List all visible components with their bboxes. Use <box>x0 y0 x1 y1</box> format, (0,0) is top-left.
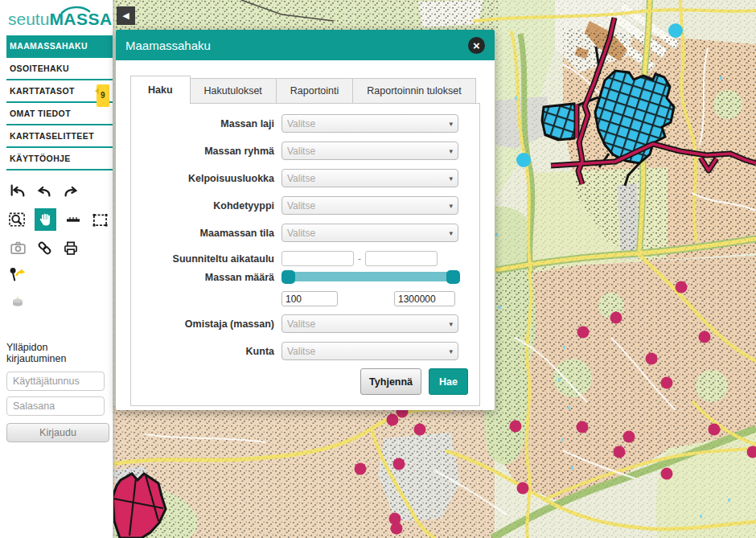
tab-raportoinnin-tulokset[interactable]: Raportoinnin tulokset <box>352 78 475 104</box>
slider-handle-max[interactable] <box>446 270 460 284</box>
mass-location-marker[interactable] <box>391 523 403 535</box>
chevron-down-icon: ▾ <box>449 175 453 183</box>
mass-location-marker[interactable] <box>676 281 688 294</box>
amount-inputs-row <box>281 291 455 306</box>
schedule-from-input[interactable] <box>281 251 354 266</box>
select-control[interactable]: Valitse ▾ <box>281 169 458 187</box>
mass-location-marker[interactable] <box>577 421 589 433</box>
mass-location-marker[interactable] <box>387 414 399 426</box>
app-logo: seutuMASSA <box>0 0 113 35</box>
print-icon[interactable] <box>61 238 80 257</box>
mass-location-marker[interactable] <box>610 312 622 324</box>
password-input[interactable] <box>6 396 105 416</box>
amount-row: Massan määrä <box>131 270 479 284</box>
dialog-body: Haku Hakutulokset Raportointi Raportoinn… <box>116 60 495 406</box>
tab-haku[interactable]: Haku <box>130 76 191 105</box>
schedule-separator: - <box>358 253 361 265</box>
field-kohdetyyppi: Kohdetyyppi Valitse ▾ <box>131 196 479 215</box>
zoom-select-icon[interactable] <box>8 210 27 229</box>
search-form: Massan laji Valitse ▾ Massan ryhmä Valit… <box>130 103 480 406</box>
mass-location-marker[interactable] <box>393 458 405 470</box>
sidebar-item-kayttoohje[interactable]: KÄYTTÖOHJE <box>6 148 113 170</box>
sidebar-item-karttatasot[interactable]: KARTTATASOT 9 <box>6 80 113 103</box>
search-button[interactable]: Hae <box>429 368 468 395</box>
sidebar-item-osoitehaku[interactable]: OSOITEHAKU <box>6 58 113 80</box>
maamassahaku-dialog: Maamassahaku × Haku Hakutulokset Raporto… <box>116 30 495 410</box>
mass-location-marker[interactable] <box>510 421 522 433</box>
mass-location-marker[interactable] <box>614 446 626 458</box>
close-icon[interactable]: × <box>468 37 485 54</box>
mass-location-marker[interactable] <box>355 463 367 475</box>
amount-range-slider[interactable] <box>281 270 460 284</box>
logo-swoosh-icon <box>60 5 92 14</box>
mass-location-marker[interactable] <box>517 483 529 495</box>
main-nav: MAAMASSAHAKU OSOITEHAKU KARTTATASOT 9 OM… <box>0 35 113 170</box>
select-control[interactable]: Valitse ▾ <box>281 114 458 133</box>
mass-location-marker[interactable] <box>646 353 658 365</box>
mass-location-marker[interactable] <box>623 431 635 443</box>
select-area-icon[interactable] <box>90 210 109 229</box>
slider-track <box>286 272 456 281</box>
dialog-header: Maamassahaku × <box>116 30 495 60</box>
dialog-title: Maamassahaku <box>125 39 468 52</box>
chevron-down-icon: ▾ <box>449 229 453 237</box>
mass-location-marker[interactable] <box>414 424 426 436</box>
mass-location-marker[interactable] <box>661 468 673 480</box>
sidebar-item-omat-tiedot[interactable]: OMAT TIEDOT <box>6 103 113 125</box>
chevron-down-icon: ▾ <box>449 347 453 355</box>
pan-tool-icon[interactable] <box>35 208 57 231</box>
chevron-down-icon: ▾ <box>449 320 453 328</box>
reset-view-icon[interactable] <box>8 182 27 201</box>
map-toolbar <box>0 170 113 310</box>
pin-share-icon[interactable] <box>8 265 27 284</box>
select-control[interactable]: Valitse ▾ <box>281 196 458 215</box>
highlight-marker[interactable] <box>516 153 531 167</box>
sidebar-item-maamassahaku[interactable]: MAAMASSAHAKU <box>6 35 113 58</box>
slider-handle-min[interactable] <box>281 270 295 284</box>
measure-icon[interactable] <box>64 210 83 229</box>
schedule-to-input[interactable] <box>365 251 438 266</box>
select-control[interactable]: Valitse ▾ <box>281 142 458 160</box>
mass-location-marker[interactable] <box>577 326 590 339</box>
mass-location-marker[interactable] <box>709 424 721 436</box>
field-massan-ryhma: Massan ryhmä Valitse ▾ <box>131 142 479 160</box>
link-icon[interactable] <box>35 238 54 257</box>
chevron-down-icon: ▾ <box>449 147 453 155</box>
undo-icon[interactable] <box>35 182 54 201</box>
field-maamassan-tila: Maamassan tila Valitse ▾ <box>131 224 479 242</box>
clear-button[interactable]: Tyhjennä <box>360 368 421 395</box>
form-actions: Tyhjennä Hae <box>360 368 468 395</box>
sidebar-item-karttaselitteet[interactable]: KARTTASELITTEET <box>6 125 113 148</box>
mass-location-marker[interactable] <box>699 331 711 343</box>
field-massan-laji: Massan laji Valitse ▾ <box>131 114 479 133</box>
collapse-dialog-button[interactable]: ◀ <box>117 6 135 25</box>
chevron-down-icon: ▾ <box>449 120 453 128</box>
brand-prefix: seutu <box>8 10 49 28</box>
amount-min-input[interactable] <box>281 291 338 306</box>
amount-max-input[interactable] <box>394 291 455 306</box>
tab-bar: Haku Hakutulokset Raportointi Raportoinn… <box>130 76 480 104</box>
chevron-down-icon: ▾ <box>449 202 453 210</box>
tab-raportointi[interactable]: Raportointi <box>276 78 353 104</box>
sidebar: seutuMASSA MAAMASSAHAKU OSOITEHAKU KARTT… <box>0 0 113 538</box>
schedule-row: Suunniteltu aikataulu - <box>131 251 479 266</box>
export-icon[interactable] <box>8 291 27 310</box>
admin-login-title: Ylläpidon kirjautuminen <box>6 342 106 364</box>
select-control[interactable]: Valitse ▾ <box>281 314 458 333</box>
tab-hakutulokset[interactable]: Hakutulokset <box>190 78 277 104</box>
redo-icon[interactable] <box>61 182 80 201</box>
username-input[interactable] <box>6 372 105 391</box>
mass-location-marker[interactable] <box>661 377 673 389</box>
admin-login-panel: Ylläpidon kirjautuminen Kirjaudu <box>0 318 113 442</box>
login-button[interactable]: Kirjaudu <box>6 423 109 442</box>
field-kelpoisuusluokka: Kelpoisuusluokka Valitse ▾ <box>131 169 479 187</box>
highlight-marker[interactable] <box>668 23 683 38</box>
screenshot-icon[interactable] <box>8 238 27 257</box>
field-kunta: Kunta Valitse ▾ <box>131 342 479 360</box>
select-control[interactable]: Valitse ▾ <box>281 342 458 360</box>
field-omistaja-massan: Omistaja (massan) Valitse ▾ <box>131 314 479 333</box>
select-control[interactable]: Valitse ▾ <box>281 224 458 242</box>
